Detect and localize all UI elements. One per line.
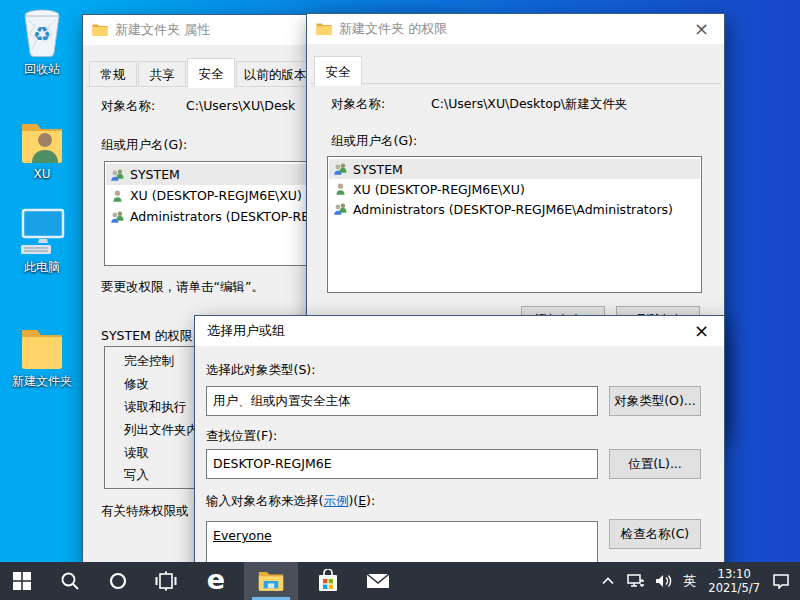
location-field[interactable]: DESKTOP-REGJM6E <box>206 449 598 479</box>
clock-time: 13:10 <box>708 567 760 581</box>
object-name-label: 对象名称: <box>101 98 155 115</box>
volume-icon[interactable] <box>651 562 677 600</box>
enter-names-label-suffix: ): <box>366 493 375 508</box>
permission-modify: 修改 <box>124 376 149 393</box>
tab-security[interactable]: 安全 <box>314 56 362 86</box>
object-name-entry: Everyone <box>213 528 272 543</box>
permission-read: 读取 <box>124 445 149 462</box>
clock-date: 2021/5/7 <box>708 581 760 595</box>
edge-button[interactable]: e <box>194 562 238 600</box>
taskbar: e <box>0 562 800 600</box>
list-item-label: Administrators (DESKTOP-REG <box>130 209 319 224</box>
ime-indicator[interactable]: 英 <box>679 572 700 590</box>
select-users-dialog: 选择用户或组 × 选择此对象类型(S): 用户、组或内置安全主体 对象类型(O)… <box>194 315 725 600</box>
edit-permissions-hint: 要更改权限，请单击“编辑”。 <box>101 279 264 296</box>
list-item-label: XU (DESKTOP-REGJM6E\XU) <box>130 188 302 203</box>
action-center-button[interactable] <box>768 562 794 600</box>
mail-icon <box>366 571 390 591</box>
group-icon <box>110 168 125 182</box>
object-type-label: 选择此对象类型(S): <box>206 362 315 379</box>
list-item-label: SYSTEM <box>130 167 180 182</box>
desktop-icon-label: 新建文件夹 <box>4 373 80 390</box>
store-icon <box>317 569 339 593</box>
enter-names-label: 输入对象名称来选择(示例)(E): <box>206 493 375 510</box>
user-folder-icon <box>4 112 80 164</box>
svg-text:♻: ♻ <box>33 22 51 46</box>
task-view-icon <box>155 571 177 591</box>
list-item-label: SYSTEM <box>353 162 403 177</box>
group-user-list[interactable]: SYSTEM XU (DESKTOP-REGJM6E\XU) Administr… <box>327 156 702 293</box>
dialog-title: 新建文件夹 的权限 <box>339 20 447 38</box>
permission-write: 写入 <box>124 467 149 484</box>
permission-full-control: 完全控制 <box>124 353 174 370</box>
object-name-label: 对象名称: <box>331 96 385 113</box>
group-icon <box>333 202 348 216</box>
windows-logo-icon <box>13 572 31 590</box>
action-center-icon <box>772 573 790 589</box>
group-user-label: 组或用户名(G): <box>101 137 187 154</box>
location-label: 查找位置(F): <box>206 428 277 445</box>
folder-icon <box>92 23 108 37</box>
tab-sharing[interactable]: 共享 <box>138 61 186 87</box>
file-explorer-button[interactable] <box>244 562 298 600</box>
list-item-administrators[interactable]: Administrators (DESKTOP-REGJM6E\Administ… <box>329 199 700 219</box>
desktop-icon-new-folder[interactable]: 新建文件夹 <box>4 318 80 390</box>
folder-icon <box>4 318 80 370</box>
desktop-icon-this-pc[interactable]: 此电脑 <box>4 204 80 276</box>
desktop-icon-recycle-bin[interactable]: ♻ 回收站 <box>4 6 80 78</box>
group-icon <box>110 210 125 224</box>
examples-link[interactable]: 示例 <box>323 493 348 508</box>
desktop-icon-label: XU <box>4 167 80 181</box>
desktop: ♻ 回收站 XU 此电脑 <box>0 0 800 600</box>
cortana-icon <box>108 571 128 591</box>
locations-button[interactable]: 位置(L)... <box>609 449 701 479</box>
enter-names-label-prefix: 输入对象名称来选择( <box>206 493 323 508</box>
clock[interactable]: 13:10 2021/5/7 <box>702 567 766 596</box>
select-users-dialog-titlebar[interactable]: 选择用户或组 <box>195 316 724 346</box>
permission-read-execute: 读取和执行 <box>124 399 187 416</box>
object-name-value: C:\Users\XU\Desktop\新建文件夹 <box>431 96 628 113</box>
user-icon <box>333 182 348 196</box>
edge-icon: e <box>207 566 225 593</box>
list-item-system[interactable]: SYSTEM <box>329 159 700 179</box>
store-button[interactable] <box>306 562 350 600</box>
permissions-dialog-titlebar[interactable]: 新建文件夹 的权限 <box>307 14 724 44</box>
file-explorer-icon <box>258 570 284 592</box>
tab-previous-versions[interactable]: 以前的版本 <box>236 61 314 87</box>
tray-chevron-up-icon[interactable] <box>595 562 621 600</box>
desktop-icon-xu[interactable]: XU <box>4 112 80 181</box>
search-icon <box>60 571 80 591</box>
desktop-icon-label: 回收站 <box>4 61 80 78</box>
desktop-icon-label: 此电脑 <box>4 259 80 276</box>
object-type-field[interactable]: 用户、组或内置安全主体 <box>206 386 598 416</box>
enter-names-label-mid: )( <box>348 493 358 508</box>
cortana-button[interactable] <box>96 562 140 600</box>
task-view-button[interactable] <box>144 562 188 600</box>
object-types-button[interactable]: 对象类型(O)... <box>609 386 701 416</box>
system-tray: 英 13:10 2021/5/7 <box>595 562 800 600</box>
user-icon <box>110 189 125 203</box>
tab-security[interactable]: 安全 <box>187 58 235 88</box>
access-key: E <box>358 493 366 508</box>
close-icon[interactable]: × <box>679 14 724 43</box>
dialog-title: 选择用户或组 <box>207 322 285 340</box>
computer-icon <box>4 204 80 256</box>
check-names-button[interactable]: 检查名称(C) <box>609 519 701 549</box>
close-icon[interactable]: × <box>679 316 724 345</box>
tab-general[interactable]: 常规 <box>89 61 137 87</box>
object-name-value: C:\Users\XU\Desk <box>186 98 295 113</box>
dialog-title: 新建文件夹 属性 <box>115 21 210 39</box>
list-item-label: Administrators (DESKTOP-REGJM6E\Administ… <box>353 202 673 217</box>
network-icon[interactable] <box>623 562 649 600</box>
list-item-label: XU (DESKTOP-REGJM6E\XU) <box>353 182 525 197</box>
group-icon <box>333 162 348 176</box>
special-permissions-hint: 有关特殊权限或 <box>101 503 189 520</box>
group-user-label: 组或用户名(G): <box>331 133 417 150</box>
list-item-xu[interactable]: XU (DESKTOP-REGJM6E\XU) <box>329 179 700 199</box>
recycle-bin-icon: ♻ <box>4 6 80 58</box>
folder-icon <box>316 22 332 36</box>
permissions-header: SYSTEM 的权限 <box>101 328 192 345</box>
mail-button[interactable] <box>356 562 400 600</box>
search-button[interactable] <box>48 562 92 600</box>
start-button[interactable] <box>0 562 44 600</box>
